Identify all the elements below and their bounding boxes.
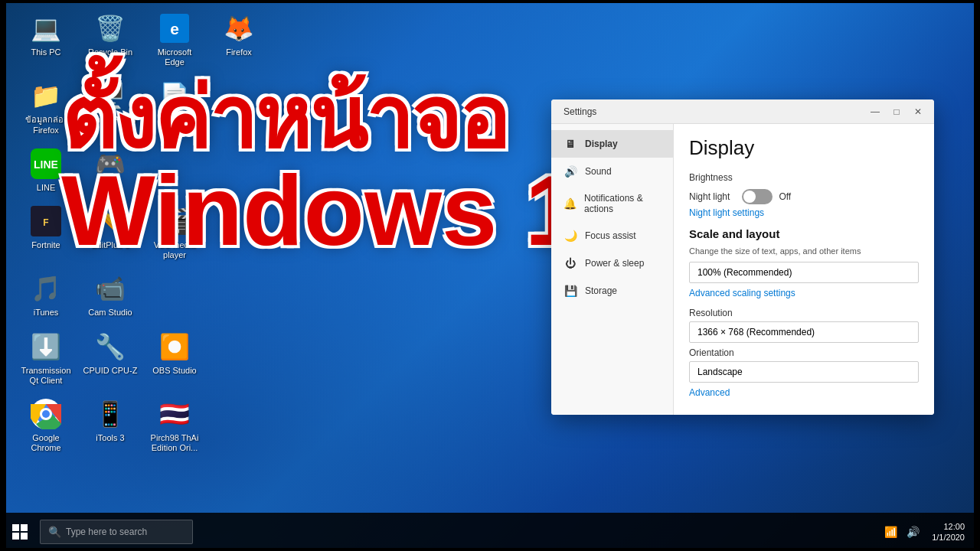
scale-dropdown[interactable]: 100% (Recommended) — [689, 262, 919, 283]
icon-itools[interactable]: 📱 iTools 3 — [80, 393, 141, 458]
fortnite-label: Fortnite — [31, 240, 60, 250]
svg-text:e: e — [170, 20, 179, 37]
pirch-label: Pirch98 ThAi Edition Ori... — [147, 433, 202, 453]
orientation-dropdown-row: Landscape — [689, 361, 919, 383]
itools-label: iTools 3 — [96, 433, 124, 443]
resolution-label: Resolution — [689, 308, 919, 318]
icon-pirch[interactable]: 🇹🇭 Pirch98 ThAi Edition Ori... — [144, 393, 205, 458]
orientation-label: Orientation — [689, 347, 919, 358]
firefox-label: Firefox — [226, 47, 252, 57]
svg-text:LINE: LINE — [34, 158, 58, 171]
thai-headline: ตั้งค่าหน้าจอ — [61, 77, 635, 161]
obs-label: OBS Studio — [152, 366, 196, 376]
icon-microsoft-edge[interactable]: e Microsoft Edge — [144, 8, 205, 72]
resolution-dropdown[interactable]: 1366 × 768 (Recommended) — [689, 321, 919, 343]
night-light-row: Night light Off — [689, 189, 919, 204]
itunes-icon: 🎵 — [30, 272, 62, 305]
resolution-dropdown-row: 1366 × 768 (Recommended) — [689, 321, 919, 343]
transmission-label: Transmission Qt Client — [18, 366, 74, 386]
nav-item-power[interactable]: ⏻ Power & sleep — [551, 249, 673, 277]
sound-nav-icon: 🔊 — [564, 165, 577, 178]
icon-transmission[interactable]: ⬇️ Transmission Qt Client — [15, 326, 77, 390]
svg-rect-12 — [12, 533, 19, 540]
settings-nav: 🖥 Display 🔊 Sound 🔔 Notifications & acti… — [551, 124, 674, 415]
display-nav-icon: 🖥 — [564, 138, 577, 150]
icon-row-5: 🎵 iTunes 📹 Cam Studio — [15, 268, 270, 322]
power-nav-icon: ⏻ — [564, 257, 577, 269]
icon-itunes[interactable]: 🎵 iTunes — [15, 268, 77, 322]
minimize-button[interactable]: — — [865, 102, 885, 122]
night-light-label: Night light — [689, 191, 730, 202]
fortnite-icon: F — [30, 205, 62, 237]
nav-item-focus[interactable]: 🌙 Focus assist — [551, 222, 673, 249]
border-left — [0, 0, 6, 551]
night-light-settings-link[interactable]: Night light settings — [689, 207, 919, 218]
recycle-bin-label: Recycle Bin — [88, 47, 132, 57]
cpuid-label: CPUID CPU-Z — [83, 366, 138, 376]
settings-window: Settings — □ ✕ 🖥 Display 🔊 Sound 🔔 — [551, 99, 934, 415]
nav-power-label: Power & sleep — [585, 258, 644, 269]
line-label: LINE — [37, 183, 55, 193]
nav-sound-label: Sound — [585, 166, 612, 177]
nav-item-sound[interactable]: 🔊 Sound — [551, 158, 673, 185]
nav-storage-label: Storage — [585, 285, 617, 296]
this-pc-label: This PC — [31, 47, 60, 57]
orientation-dropdown[interactable]: Landscape — [689, 361, 919, 383]
toggle-state-label: Off — [779, 191, 791, 202]
brightness-row: Brightness — [689, 172, 919, 183]
transmission-icon: ⬇️ — [30, 331, 62, 363]
windows-headline: Windows 10 — [61, 161, 635, 260]
icon-google-chrome[interactable]: Google Chrome — [15, 393, 77, 458]
start-button[interactable] — [3, 515, 37, 549]
svg-point-9 — [42, 410, 50, 418]
taskbar: 🔍 Type here to search 📶 🔊 12:00 1/1/2020 — [0, 513, 980, 551]
camstudio-label: Cam Studio — [88, 308, 132, 318]
firefox-icon: 🦊 — [223, 12, 255, 44]
maximize-button[interactable]: □ — [887, 102, 906, 122]
window-body: 🖥 Display 🔊 Sound 🔔 Notifications & acti… — [551, 124, 934, 415]
taskbar-system-tray: 📶 🔊 12:00 1/1/2020 — [881, 521, 977, 543]
nav-notifications-label: Notifications & actions — [584, 193, 661, 214]
edge-label: Microsoft Edge — [147, 47, 202, 67]
search-icon: 🔍 — [48, 526, 61, 538]
close-button[interactable]: ✕ — [908, 102, 928, 122]
icon-camstudio[interactable]: 📹 Cam Studio — [80, 268, 141, 322]
icon-row-6: ⬇️ Transmission Qt Client 🔧 CPUID CPU-Z … — [15, 326, 270, 390]
icon-row-1: 💻 This PC 🗑️ Recycle Bin e Microsoft Edg… — [15, 8, 270, 72]
brightness-label: Brightness — [689, 172, 733, 183]
svg-text:F: F — [43, 217, 48, 228]
night-light-toggle[interactable] — [742, 189, 773, 204]
border-top — [0, 0, 980, 3]
nav-item-storage[interactable]: 💾 Storage — [551, 277, 673, 305]
pirch-icon: 🇹🇭 — [158, 398, 191, 430]
cpuid-icon: 🔧 — [94, 331, 126, 363]
icon-row-7: Google Chrome 📱 iTools 3 🇹🇭 Pirch98 ThAi… — [15, 393, 270, 458]
itools-icon: 📱 — [94, 398, 126, 430]
nav-focus-label: Focus assist — [585, 230, 636, 241]
scale-desc: Change the size of text, apps, and other… — [689, 246, 919, 256]
desktop: 💻 This PC 🗑️ Recycle Bin e Microsoft Edg… — [0, 0, 980, 551]
nav-item-notifications[interactable]: 🔔 Notifications & actions — [551, 185, 673, 222]
chrome-label: Google Chrome — [18, 433, 74, 453]
taskbar-search[interactable]: 🔍 Type here to search — [40, 520, 193, 544]
advanced-link[interactable]: Advanced — [689, 387, 919, 398]
settings-content: Display Brightness Night light Off Night… — [674, 124, 934, 415]
time-display: 12:00 — [932, 521, 965, 532]
icon-cpuid[interactable]: 🔧 CPUID CPU-Z — [80, 326, 141, 390]
taskbar-clock[interactable]: 12:00 1/1/2020 — [926, 521, 971, 543]
focus-nav-icon: 🌙 — [564, 230, 577, 242]
itunes-label: iTunes — [34, 308, 59, 318]
window-controls: — □ ✕ — [865, 102, 928, 122]
icon-recycle-bin[interactable]: 🗑️ Recycle Bin — [80, 8, 141, 72]
icon-firefox[interactable]: 🦊 Firefox — [208, 8, 270, 72]
line-icon: LINE — [30, 148, 62, 180]
network-icon[interactable]: 📶 — [881, 523, 900, 541]
search-placeholder: Type here to search — [66, 527, 147, 537]
this-pc-icon: 💻 — [30, 12, 62, 44]
edge-icon: e — [158, 12, 191, 44]
icon-obs[interactable]: ⏺️ OBS Studio — [144, 326, 205, 390]
volume-icon[interactable]: 🔊 — [903, 523, 923, 541]
advanced-scaling-link[interactable]: Advanced scaling settings — [689, 288, 919, 298]
nav-item-display[interactable]: 🖥 Display — [551, 130, 673, 158]
icon-this-pc[interactable]: 💻 This PC — [15, 8, 77, 72]
